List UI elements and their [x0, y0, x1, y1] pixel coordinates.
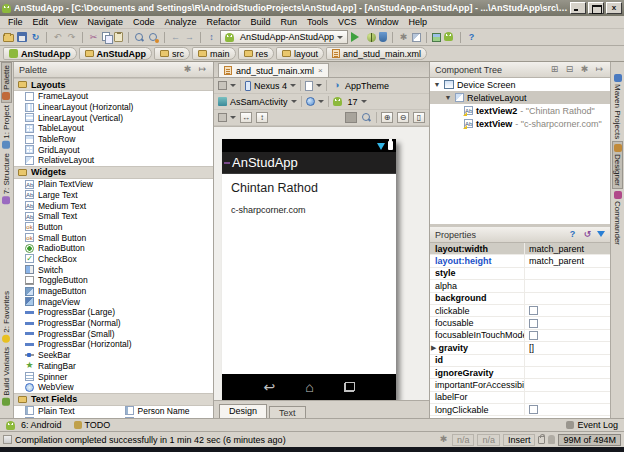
preview-content[interactable]: Chintan Rathod c-sharpcorner.com — [222, 174, 396, 374]
preview-textview[interactable]: c-sharpcorner.com — [231, 205, 387, 215]
property-value[interactable] — [524, 379, 610, 390]
breadcrumb-layout[interactable]: layout — [276, 47, 324, 60]
tool-tab-favorites[interactable]: 2: Favorites — [2, 289, 11, 345]
settings-icon[interactable] — [398, 32, 409, 43]
menu-build[interactable]: Build — [245, 17, 275, 27]
tool-tab-project[interactable]: 1: Project — [2, 103, 11, 151]
lock-icon[interactable] — [538, 436, 545, 444]
menu-tools[interactable]: Tools — [302, 17, 333, 27]
palette-item[interactable]: GridLayout — [14, 144, 213, 155]
replace-icon[interactable] — [148, 32, 159, 43]
revert-icon[interactable] — [582, 229, 593, 240]
palette-item[interactable]: Plain Text — [14, 406, 114, 417]
property-row[interactable]: labelFor — [430, 392, 610, 404]
checkbox[interactable] — [529, 306, 538, 315]
palette-item[interactable]: ProgressBar (Large) — [14, 307, 213, 318]
hide-panel-icon[interactable] — [594, 64, 605, 75]
menu-vcs[interactable]: VCS — [333, 17, 362, 27]
chevron-expanded-icon[interactable]: ▼ — [444, 94, 452, 101]
device-select[interactable]: Nexus 4 — [245, 81, 296, 91]
breadcrumb-src[interactable]: src — [154, 47, 190, 60]
palette-item[interactable]: TableLayout — [14, 123, 213, 134]
surface-options-select[interactable] — [218, 113, 236, 122]
breadcrumb-module[interactable]: AnStudApp — [79, 47, 153, 60]
locale-select[interactable] — [306, 97, 324, 106]
run-button[interactable] — [351, 32, 364, 42]
design-mode-tab[interactable]: Design — [219, 404, 267, 418]
menu-help[interactable]: Help — [404, 17, 433, 27]
minimize-button[interactable] — [570, 2, 586, 14]
save-all-icon[interactable] — [17, 32, 27, 42]
property-row[interactable]: background — [430, 293, 610, 305]
tree-node-textview[interactable]: textView - "c-sharpcorner.com" — [430, 117, 610, 130]
breadcrumb-res[interactable]: res — [238, 47, 275, 60]
palette-item[interactable]: Button — [14, 222, 213, 233]
palette-item[interactable]: Small Button — [14, 232, 213, 243]
menu-navigate[interactable]: Navigate — [82, 17, 128, 27]
breadcrumb-main[interactable]: main — [192, 47, 236, 60]
property-value[interactable] — [524, 280, 610, 291]
menu-view[interactable]: View — [53, 17, 82, 27]
checkbox[interactable] — [529, 405, 538, 414]
breadcrumb-project[interactable]: AnStudApp — [3, 47, 77, 60]
help-icon[interactable] — [466, 32, 477, 43]
palette-item[interactable]: Plain TextView — [14, 179, 213, 190]
theme-select[interactable]: AppTheme — [331, 80, 389, 91]
event-log-tab[interactable]: Event Log — [566, 420, 618, 430]
insert-mode-indicator[interactable]: Insert — [503, 434, 536, 446]
help-icon[interactable] — [567, 229, 578, 240]
copy-icon[interactable] — [102, 32, 111, 42]
property-row[interactable]: style — [430, 268, 610, 280]
tool-tab-palette[interactable]: Palette — [1, 62, 12, 103]
tool-tab-commander[interactable]: Commander — [613, 189, 622, 247]
gear-icon[interactable] — [438, 434, 449, 445]
palette-item[interactable]: Password — [14, 416, 114, 418]
avd-manager-icon[interactable] — [444, 32, 453, 41]
menu-file[interactable]: File — [3, 17, 28, 27]
palette-item[interactable]: ImageButton — [14, 286, 213, 297]
palette-item[interactable]: CheckBox — [14, 254, 213, 265]
breadcrumb-file[interactable]: and_stud_main.xml — [326, 47, 427, 60]
palette-item[interactable]: Person Name — [114, 406, 214, 417]
editor-tab[interactable]: and_stud_main.xml × — [218, 63, 329, 77]
property-row[interactable]: ignoreGravity — [430, 367, 610, 379]
hector-icon[interactable] — [548, 435, 555, 444]
collapse-all-icon[interactable] — [564, 64, 575, 75]
checkbox[interactable] — [529, 319, 538, 328]
orientation-select[interactable] — [305, 81, 322, 91]
palette-item[interactable]: Switch — [14, 264, 213, 275]
run-configuration-select[interactable]: AnStudApp-AnStudApp — [220, 30, 348, 44]
tool-tab-maven-projects[interactable]: Maven Projects — [613, 72, 622, 141]
palette-section-widgets[interactable]: Widgets — [14, 166, 213, 179]
palette-section-text-fields[interactable]: Text Fields — [14, 393, 213, 406]
property-value[interactable] — [524, 355, 610, 366]
search-icon[interactable] — [134, 32, 145, 43]
menu-run[interactable]: Run — [276, 17, 303, 27]
property-value[interactable] — [524, 367, 610, 378]
palette-item[interactable]: ProgressBar (Horizontal) — [14, 339, 213, 350]
property-row[interactable]: focusableInTouchMode — [430, 330, 610, 342]
restore-button[interactable] — [588, 2, 604, 14]
zoom-out-button[interactable]: ⊖ — [397, 112, 409, 123]
project-structure-icon[interactable] — [412, 33, 421, 42]
redo-icon[interactable] — [66, 32, 77, 43]
menu-code[interactable]: Code — [128, 17, 160, 27]
property-row[interactable]: layout:heightmatch_parent — [430, 255, 610, 267]
tool-tab-structure[interactable]: 7: Structure — [2, 151, 11, 206]
text-mode-tab[interactable]: Text — [269, 406, 306, 418]
tool-tab-build-variants[interactable]: Build Variants — [2, 345, 11, 408]
coverage-button[interactable] — [379, 32, 387, 42]
palette-item[interactable]: SeekBar — [14, 350, 213, 361]
checkbox[interactable] — [529, 331, 538, 340]
palette-item[interactable]: Large Text — [14, 190, 213, 201]
property-value[interactable]: match_parent — [524, 243, 610, 254]
palette-item[interactable]: ToggleButton — [14, 275, 213, 286]
gear-icon[interactable] — [579, 64, 590, 75]
activity-select[interactable]: AsSamActivity — [218, 97, 297, 107]
palette-item[interactable]: ImageView — [14, 296, 213, 307]
hide-panel-icon[interactable] — [197, 64, 208, 75]
tool-tab-designer[interactable]: Designer — [612, 141, 623, 189]
filter-icon[interactable] — [597, 231, 605, 241]
palette-item[interactable]: RadioButton — [14, 243, 213, 254]
expand-icon[interactable]: ▶ — [431, 344, 436, 352]
